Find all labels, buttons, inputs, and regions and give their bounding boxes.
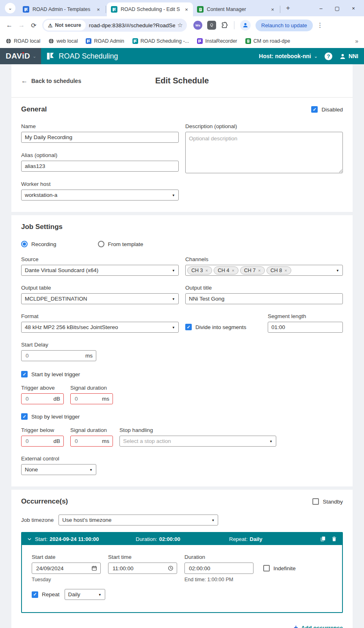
channel-chip-label: CH 4 [218,268,229,273]
address-bar[interactable]: ⚠ Not secure road-dpe:8383/#/schedule?Ro… [42,19,187,32]
start-delay-input[interactable]: ms [21,350,96,361]
output-title-input[interactable] [185,293,343,304]
format-select[interactable]: 48 kHz MP2 256 kBits/sec JointStereo ▼ [21,322,179,333]
trigger-below-field[interactable] [25,438,53,445]
help-icon[interactable]: ? [325,52,332,60]
from-template-radio[interactable]: From template [98,241,143,247]
trigger-below-input[interactable]: dB [21,436,64,447]
bookmark-road-admin[interactable]: ROAD Admin [86,38,124,44]
source-select[interactable]: Dante Virtual Soundcard (x64) ▼ [21,265,179,276]
external-control-value: None [25,467,38,473]
window-close-button[interactable]: × [345,0,362,16]
chip-remove-icon[interactable]: × [258,268,260,273]
bookmark-road-local[interactable]: ROAD local [6,38,40,44]
disabled-checkbox[interactable]: ✓ Disabled [311,106,343,113]
bookmark-road-scheduling[interactable]: ROAD Scheduling -... [132,38,189,44]
tab-content-manager[interactable]: Content Manager × [193,2,279,16]
trigger-above-field[interactable] [25,395,53,402]
repeat-checkbox[interactable]: ✓ Repeat [32,591,60,598]
stop-by-level-trigger-checkbox[interactable]: ✓ Stop by level trigger [21,413,343,420]
start-date-input[interactable] [32,563,101,574]
channel-chip[interactable]: CH 8× [266,266,291,275]
new-tab-button[interactable]: + [283,3,293,13]
browser-menu-icon[interactable]: ⋮ [316,22,324,29]
ms-unit-label: ms [102,396,109,402]
add-occurrence-label: Add occurrence [301,625,343,628]
window-minimize-button[interactable]: – [313,0,329,16]
tab-road-admin[interactable]: ROAD Admin - Templates × [19,2,105,16]
tab-search-button[interactable]: ⌄ [5,3,15,13]
tab-close-icon[interactable]: × [95,6,102,13]
recording-radio[interactable]: Recording [21,241,56,247]
reload-icon[interactable]: ⟳ [28,19,40,31]
start-delay-field[interactable] [25,352,85,359]
david-logo-menu[interactable]: DAViD ⌄ [0,48,41,64]
external-control-select[interactable]: None ▼ [21,464,96,475]
back-icon[interactable]: ← [3,19,15,31]
chip-remove-icon[interactable]: × [232,268,234,273]
standby-checkbox[interactable]: Standby [312,498,343,505]
segment-length-input[interactable] [268,322,343,333]
checkbox-checked-icon: ✓ [21,371,28,377]
browser-toolbar: ← → ⟳ ⚠ Not secure road-dpe:8383/#/sched… [0,16,364,34]
bookmark-instarecorder[interactable]: InstaRecorder [197,38,237,44]
job-timezone-select[interactable]: Use host's timezone ▼ [58,515,218,526]
user-menu[interactable]: NNI [339,53,358,60]
signal-duration-input[interactable]: ms [70,393,113,404]
bookmark-cm-road-dpe[interactable]: CM on road-dpe [245,38,290,44]
duration-field[interactable] [188,565,250,572]
tab-close-icon[interactable]: × [269,6,276,13]
content-manager-favicon [197,6,204,13]
window-maximize-button[interactable]: ▢ [329,0,345,16]
channel-chip-label: CH 3 [191,268,203,273]
copy-occurrence-icon[interactable] [320,536,326,542]
repeat-interval-select[interactable]: Daily ▼ [65,589,105,600]
relaunch-to-update-button[interactable]: Relaunch to update [256,20,313,31]
alias-input[interactable] [21,161,179,172]
channel-chip[interactable]: CH 7× [240,266,265,275]
add-occurrence-button[interactable]: + Add occurrence [11,613,353,628]
chip-remove-icon[interactable]: × [284,268,287,273]
extension-ws-icon[interactable]: Ws [193,21,202,30]
bookmark-web-local[interactable]: web local [48,38,78,44]
start-by-level-trigger-checkbox[interactable]: ✓ Start by level trigger [21,371,343,377]
name-label: Name [21,123,179,129]
trigger-above-input[interactable]: dB [21,393,64,404]
profile-avatar[interactable] [240,20,251,31]
output-table-select[interactable]: MCLDPE_DESTINATION ▼ [21,293,179,304]
signal-duration-stop-input[interactable]: ms [70,436,113,447]
collapse-chevron-icon[interactable] [27,537,32,541]
user-icon [339,53,346,60]
divide-into-segments-checkbox[interactable]: ✓ Divide into segments [185,324,246,330]
tab-close-icon[interactable]: × [183,6,190,13]
start-time-field[interactable] [112,565,168,572]
signal-duration-stop-field[interactable] [74,438,102,445]
stop-handling-select[interactable]: Select a stop action ▼ [119,436,276,447]
tab-road-scheduling[interactable]: ROAD Scheduling - Edit Sc × [107,2,193,16]
channel-chip[interactable]: CH 3× [187,266,212,275]
url-text[interactable]: road-dpe:8383/#/schedule?RoadServiceUrl=… [89,22,175,28]
worker-host-select[interactable]: workstation-a ▼ [21,190,179,201]
bookmarks-overflow-icon[interactable]: » [355,38,358,44]
host-selector[interactable]: Host: notebook-nni ⌄ [259,53,318,59]
name-input[interactable] [21,132,179,143]
bookmark-star-icon[interactable]: ☆ [178,22,183,29]
not-secure-badge[interactable]: ⚠ Not secure [43,20,86,31]
extensions-puzzle-icon[interactable] [221,22,228,29]
delete-occurrence-icon[interactable] [332,536,337,542]
start-time-input[interactable] [108,563,177,574]
signal-duration-field[interactable] [74,395,102,402]
duration-input[interactable] [184,563,254,574]
start-date-field[interactable] [35,565,91,572]
back-to-schedules-link[interactable]: ← Back to schedules [21,77,81,85]
extension-icon[interactable] [207,21,216,30]
output-title-label: Output title [185,285,343,291]
channel-chip[interactable]: CH 4× [214,266,238,275]
channels-multiselect[interactable]: CH 3× CH 4× CH 7× CH 8× ▼ [185,265,343,276]
forward-icon[interactable]: → [15,19,28,31]
indefinite-checkbox[interactable]: Indefinite [263,565,296,571]
description-textarea[interactable] [185,132,343,173]
chip-remove-icon[interactable]: × [205,268,208,273]
ms-unit-label: ms [102,438,109,444]
radio-unselected-icon [98,241,104,247]
